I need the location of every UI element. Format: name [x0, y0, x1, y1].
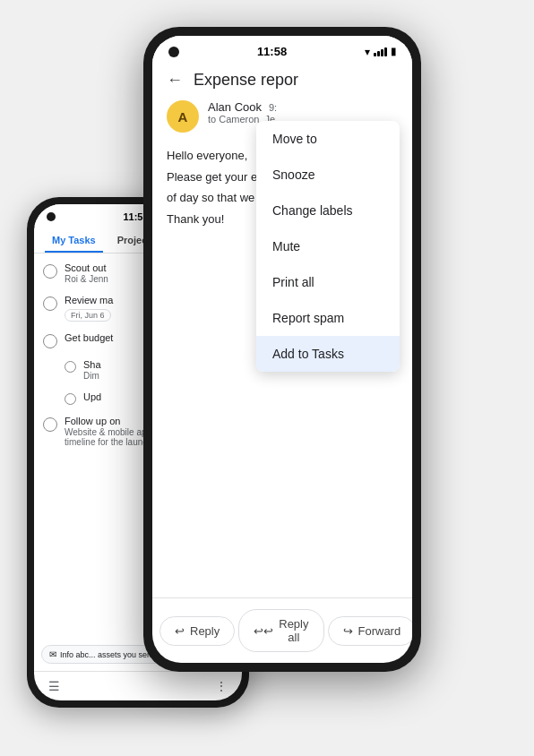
email-chip-icon: ✉ [49, 649, 56, 659]
sender-avatar: A [167, 100, 199, 133]
hamburger-icon[interactable]: ☰ [48, 679, 60, 693]
task-checkbox[interactable] [43, 417, 57, 432]
task-due-badge: Fri, Jun 6 [65, 309, 111, 322]
task-checkbox[interactable] [43, 334, 57, 348]
front-status-bar: 11:58 ▾ ▮ [152, 36, 412, 64]
email-chip-text: Info abc... assets you sent... [60, 650, 160, 659]
task-checkbox[interactable] [65, 361, 76, 373]
menu-item-move-to[interactable]: Move to [256, 121, 400, 157]
back-camera [47, 212, 56, 221]
reply-label: Reply [190, 624, 220, 638]
email-header: ← Expense repor [152, 64, 412, 97]
tab-my-tasks[interactable]: My Tasks [45, 229, 103, 253]
forward-label: Forward [358, 624, 401, 638]
sender-time: 9: [269, 102, 277, 113]
task-checkbox[interactable] [43, 296, 57, 311]
dropdown-menu: Move to Snooze Change labels Mute Print … [256, 121, 400, 372]
back-bottom-bar: ☰ + ⋮ [34, 671, 242, 700]
reply-icon: ↩ [175, 624, 185, 638]
front-status-icons: ▾ ▮ [365, 46, 396, 58]
reply-all-label: Reply all [279, 617, 308, 644]
reply-all-button[interactable]: ↩↩ Reply all [238, 609, 323, 652]
menu-item-add-to-tasks[interactable]: Add to Tasks [256, 336, 400, 372]
forward-icon: ↪ [343, 624, 353, 638]
task-checkbox[interactable] [65, 393, 76, 405]
reply-button[interactable]: ↩ Reply [159, 616, 235, 646]
sender-name: Alan Cook [208, 100, 262, 114]
front-time: 11:58 [257, 45, 287, 58]
menu-item-mute[interactable]: Mute [256, 228, 400, 264]
battery-icon: ▮ [391, 46, 396, 57]
reply-all-icon: ↩↩ [254, 624, 273, 638]
more-options-icon[interactable]: ⋮ [215, 679, 228, 693]
signal-bars-icon [374, 47, 387, 56]
menu-item-print-all[interactable]: Print all [256, 264, 400, 300]
email-actions: ↩ Reply ↩↩ Reply all ↪ Forward [152, 597, 412, 663]
forward-button[interactable]: ↪ Forward [328, 616, 413, 646]
back-button[interactable]: ← [167, 71, 183, 90]
front-phone-screen: 11:58 ▾ ▮ ← Expense repor A [152, 36, 412, 663]
email-subject: Expense repor [194, 71, 398, 90]
wifi-icon: ▾ [365, 46, 370, 58]
front-camera [168, 47, 179, 57]
task-checkbox[interactable] [43, 264, 57, 279]
menu-item-change-labels[interactable]: Change labels [256, 193, 400, 228]
menu-item-report-spam[interactable]: Report spam [256, 300, 400, 336]
front-phone: 11:58 ▾ ▮ ← Expense repor A [143, 27, 421, 672]
menu-item-snooze[interactable]: Snooze [256, 157, 400, 193]
